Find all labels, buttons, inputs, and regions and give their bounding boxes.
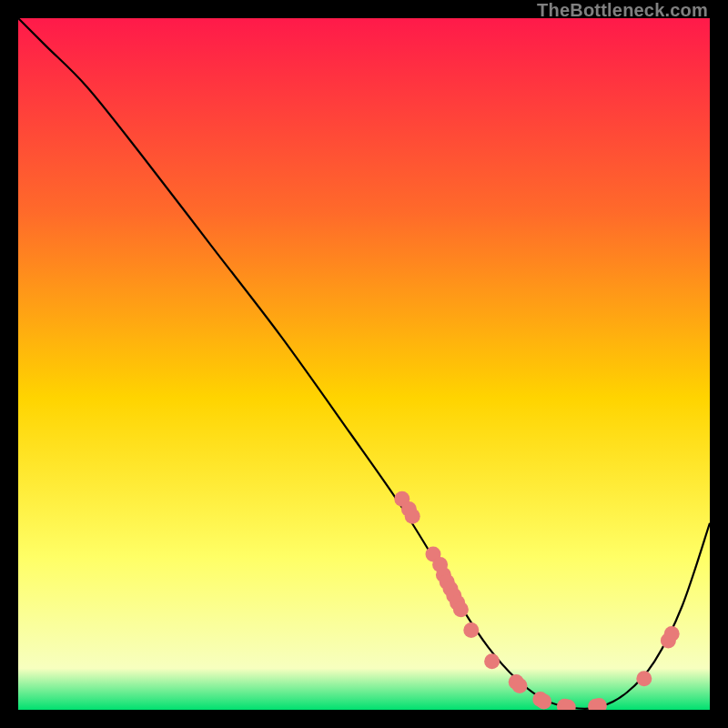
svg-rect-0	[18, 18, 710, 710]
chart-frame	[18, 18, 710, 710]
attribution-label: TheBottleneck.com	[537, 0, 708, 21]
heat-gradient-background	[18, 18, 710, 710]
